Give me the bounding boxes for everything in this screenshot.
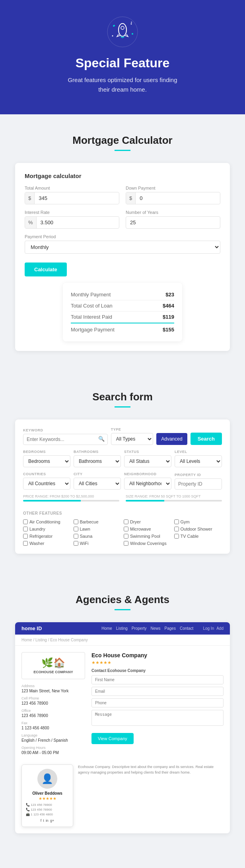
agent-name: Oliver Beddows	[26, 791, 69, 796]
status-group: STATUS All Status	[124, 450, 171, 467]
bedrooms-select[interactable]: Bedrooms	[23, 455, 70, 467]
feature-item: Dryer	[124, 519, 172, 524]
feature-checkbox[interactable]	[174, 534, 179, 539]
feature-checkbox[interactable]	[74, 534, 78, 539]
feature-item: Window Coverings	[124, 541, 172, 546]
advanced-button[interactable]: Advanced	[156, 433, 187, 445]
agency-nav-items: HomeListingPropertyNewsPagesContact	[101, 626, 193, 631]
agencies-section: Agencies & Agents home ID HomeListingPro…	[0, 574, 245, 853]
interest-rate-input[interactable]	[37, 217, 119, 228]
contact-name-input[interactable]	[91, 675, 224, 684]
agent-contacts: 📞 123 456 78900 📞 123 456 78900 📠 1 123 …	[26, 803, 69, 816]
agency-detail-value: 123 Main Street, New York	[21, 689, 85, 693]
agent-social-li[interactable]: in	[46, 819, 49, 823]
feature-checkbox[interactable]	[174, 519, 179, 524]
agency-nav-login[interactable]: Log In	[203, 626, 214, 631]
search-row-1: KEYWORD 🔍 TYPE All Types Advanced Search	[23, 427, 222, 445]
total-amount-input[interactable]	[35, 192, 119, 204]
countries-select[interactable]: All Countries	[23, 478, 70, 490]
agency-card: home ID HomeListingPropertyNewsPagesCont…	[15, 622, 230, 833]
neighborhood-label: NEIGHBORHOOD	[124, 472, 171, 476]
feature-checkbox[interactable]	[124, 527, 128, 531]
price-range-bar[interactable]	[23, 500, 119, 502]
agent-social-gp[interactable]: g+	[50, 819, 54, 823]
contact-title: Contact Ecohouse Company	[91, 668, 224, 673]
agency-nav-item[interactable]: Property	[132, 626, 147, 631]
down-payment-group: Down Payment $	[126, 186, 220, 204]
monthly-payment-value: $23	[165, 292, 174, 298]
neighborhood-select[interactable]: All Neighborhoods	[124, 478, 171, 490]
feature-checkbox[interactable]	[74, 519, 78, 524]
type-select[interactable]: All Types	[111, 433, 153, 445]
keyword-input[interactable]	[23, 434, 108, 445]
svg-point-2	[121, 26, 124, 29]
feature-checkbox[interactable]	[124, 519, 128, 524]
search-button[interactable]: Search	[191, 433, 222, 445]
monthly-payment-row: Monthly Payment $23	[71, 289, 174, 300]
years-group: Number of Years	[126, 210, 220, 229]
interest-rate-group: Interest Rate %	[25, 210, 119, 229]
total-amount-input-wrap: $	[25, 192, 119, 204]
feature-item: TV Cable	[174, 534, 222, 539]
property-id-input[interactable]	[175, 478, 222, 490]
eco-logo-icon: 🌿🏠	[27, 657, 80, 668]
feature-checkbox[interactable]	[23, 527, 28, 531]
agency-detail-value: English / French / Spanish	[21, 738, 85, 743]
total-amount-label: Total Amount	[25, 186, 119, 190]
total-cost-label: Total Cost of Loan	[71, 303, 113, 309]
agent-social-fb[interactable]: f	[41, 819, 42, 823]
feature-checkbox[interactable]	[74, 527, 78, 531]
city-select[interactable]: All Cities	[74, 478, 121, 490]
agent-avatar-icon: 👤	[41, 773, 53, 784]
feature-checkbox[interactable]	[23, 519, 28, 524]
agency-nav-item[interactable]: News	[151, 626, 161, 631]
feature-checkbox[interactable]	[124, 541, 128, 546]
mortgage-divider	[115, 150, 130, 151]
years-input[interactable]	[126, 216, 220, 229]
feature-checkbox[interactable]	[74, 541, 78, 546]
agency-nav-item[interactable]: Home	[101, 626, 112, 631]
agency-nav-item[interactable]: Contact	[180, 626, 193, 631]
period-select[interactable]: Monthly	[25, 241, 220, 254]
bathrooms-select[interactable]: Bathrooms	[74, 455, 121, 467]
years-label: Number of Years	[126, 210, 220, 215]
agency-detail-value: 1 123 456 4800	[21, 726, 85, 730]
agency-nav-add[interactable]: Add	[216, 626, 224, 631]
svg-text:✦: ✦	[113, 24, 116, 27]
feature-checkbox[interactable]	[23, 541, 28, 546]
agency-details-left: Address123 Main Street, New YorkCell Pho…	[21, 684, 85, 755]
agent-social: f t in g+	[26, 819, 69, 823]
contact-phone-input[interactable]	[91, 698, 224, 707]
amount-row: Total Amount $ Down Payment $	[25, 186, 220, 204]
view-company-button[interactable]: View Company	[91, 733, 134, 744]
responsive-section: Fully Responsive FIND YOUR HOME Find You…	[0, 853, 245, 868]
total-interest-row: Total Interest Paid $119	[71, 312, 174, 323]
agency-left: 🌿🏠 ECOHOUSE COMPANY Address123 Main Stre…	[21, 652, 85, 758]
agent-social-tw[interactable]: t	[43, 819, 44, 823]
feature-checkbox[interactable]	[124, 534, 128, 539]
agency-nav-item[interactable]: Listing	[116, 626, 128, 631]
agent-bio: Ecohouse Company. Descriptive text about…	[78, 764, 224, 775]
mortgage-payment-value: $155	[163, 327, 174, 333]
agent-card: 👤 Oliver Beddows ★★★★★ 📞 123 456 78900 📞…	[21, 764, 73, 827]
hero-title: Special Feature	[8, 56, 237, 71]
monthly-payment-label: Monthly Payment	[71, 292, 111, 298]
search-section: Search form KEYWORD 🔍 TYPE All Types Adv…	[0, 371, 245, 574]
size-range-bar[interactable]	[126, 500, 222, 502]
level-select[interactable]: All Levels	[175, 455, 222, 467]
countries-group: COUNTRIES All Countries	[23, 472, 70, 490]
contact-email-input[interactable]	[91, 687, 224, 696]
feature-checkbox[interactable]	[174, 527, 179, 531]
feature-item: Swimming Pool	[124, 534, 172, 539]
feature-item: Washer	[23, 541, 71, 546]
other-features-title: OTHER FEATURES	[23, 511, 222, 515]
agency-nav-item[interactable]: Pages	[165, 626, 176, 631]
calculate-button[interactable]: Calculate	[25, 263, 67, 276]
agent-phone2: 📞 123 456 78900	[26, 808, 69, 811]
rocket-icon: ✦ ✦	[107, 16, 138, 48]
agency-detail-block: Office123 456 78900	[21, 709, 85, 718]
status-select[interactable]: All Status	[124, 455, 171, 467]
feature-checkbox[interactable]	[23, 534, 28, 539]
down-payment-input[interactable]	[136, 192, 220, 204]
total-cost-row: Total Cost of Loan $464	[71, 300, 174, 312]
